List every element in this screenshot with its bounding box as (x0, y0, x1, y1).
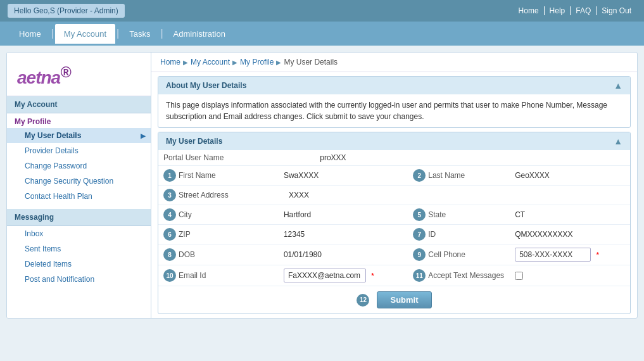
col-email-label: 10 Email Id (158, 265, 279, 286)
label-streetaddress: Street Address (179, 191, 248, 200)
label-firstname: First Name (179, 171, 248, 180)
home-top-link[interactable]: Home (514, 6, 545, 15)
breadcrumb-arrow-1: ▶ (183, 59, 188, 66)
sidebar-item-providerdetails[interactable]: Provider Details (7, 143, 151, 158)
main-wrapper: aetna® My Account My Profile My User Det… (0, 46, 644, 361)
info-panel-title: About My User Details (166, 81, 246, 90)
top-bar: Hello Geo,S (Provider - Admin) Home Help… (0, 0, 644, 22)
col-firstname: 1 First Name (158, 166, 279, 185)
row-name: 1 First Name SwaXXXX 2 Last Name GeoXXXX (158, 166, 630, 186)
nav-sep-2: | (115, 28, 120, 39)
num-id: 7 (413, 228, 426, 241)
email-required-star: * (371, 271, 374, 281)
breadcrumb-myaccount[interactable]: My Account (191, 58, 230, 66)
num-email: 10 (163, 269, 176, 282)
label-portalusername: Portal User Name (163, 153, 233, 162)
col-state-value: CT (510, 205, 630, 224)
col-portalusername-label: Portal User Name (158, 150, 315, 165)
nav-home[interactable]: Home (10, 24, 50, 44)
sidebar-label-myuserdetails: My User Details (25, 131, 81, 140)
input-cellphone[interactable] (515, 248, 591, 262)
main-inner: aetna® My Account My Profile My User Det… (6, 52, 638, 319)
nav-myaccount[interactable]: My Account (55, 24, 115, 44)
collapse-info-icon[interactable]: ▲ (614, 80, 622, 91)
value-city: Hartford (284, 210, 311, 219)
col-id-value: QMXXXXXXXXX (510, 225, 630, 244)
breadcrumb-home[interactable]: Home (160, 58, 180, 66)
breadcrumb-arrow-3: ▶ (276, 59, 281, 66)
col-email-value: * (279, 265, 408, 286)
collapse-details-icon[interactable]: ▲ (614, 136, 622, 146)
sidebar-item-inbox[interactable]: Inbox (7, 226, 151, 241)
sidebar-label-providerdetails: Provider Details (25, 146, 79, 155)
breadcrumb-myprofile[interactable]: My Profile (240, 58, 274, 66)
sidebar-label-changepassword: Change Password (25, 162, 87, 170)
faq-top-link[interactable]: FAQ (571, 6, 597, 15)
col-cellphone-label: 9 Cell Phone (408, 244, 510, 265)
row-streetaddress: 3 Street Address XXXX (158, 186, 630, 205)
info-panel: About My User Details ▲ This page displa… (158, 76, 631, 128)
col-streetaddress-label: 3 Street Address (158, 186, 284, 205)
col-id-label: 7 ID (408, 225, 510, 244)
col-portalusername-value: proXXX (315, 150, 630, 165)
sidebar-label-inbox: Inbox (25, 229, 43, 238)
nav-tasks[interactable]: Tasks (120, 24, 159, 44)
col-lastname: 2 Last Name (408, 166, 510, 185)
checkbox-accepttext[interactable] (515, 272, 523, 280)
value-lastname: GeoXXXX (515, 171, 550, 180)
logo-reg: ® (60, 64, 70, 80)
col-lastname-value: GeoXXXX (510, 166, 630, 185)
value-id: QMXXXXXXXXX (515, 230, 572, 239)
aetna-logo: aetna® (17, 64, 141, 88)
nav-administration[interactable]: Administration (165, 24, 234, 44)
label-lastname: Last Name (428, 171, 498, 180)
sidebar-label-deleteditems: Deleted Items (25, 260, 72, 269)
info-panel-body: This page displays information associate… (158, 94, 630, 127)
sidebar-item-postnotification[interactable]: Post and Notification (7, 272, 151, 287)
label-zip: ZIP (179, 230, 248, 239)
col-zip-label: 6 ZIP (158, 225, 279, 244)
details-panel: My User Details ▲ Portal User Name proXX… (158, 132, 631, 314)
col-firstname-value: SwaXXXX (279, 166, 408, 185)
greeting-badge: Hello Geo,S (Provider - Admin) (8, 4, 125, 18)
value-firstname: SwaXXXX (284, 171, 319, 180)
row-portalusername: Portal User Name proXXX (158, 150, 630, 166)
sidebar-messaging-title: Messaging (7, 209, 151, 226)
sidebar-myprofile-title: My Profile (7, 113, 151, 128)
sidebar-item-deleteditems[interactable]: Deleted Items (7, 256, 151, 272)
value-state: CT (515, 210, 525, 219)
num-city: 4 (163, 208, 176, 221)
col-accepttext-value (510, 265, 630, 286)
cellphone-required-star: * (596, 250, 599, 260)
col-dob-label: 8 DOB (158, 244, 279, 265)
value-dob: 01/01/1980 (284, 250, 322, 259)
col-city-label: 4 City (158, 205, 279, 224)
submit-button[interactable]: Submit (377, 291, 431, 308)
input-email[interactable] (284, 269, 366, 282)
sidebar-item-changepassword[interactable]: Change Password (7, 158, 151, 174)
sidebar-item-changesecurityquestion[interactable]: Change Security Question (7, 174, 151, 189)
sidebar-item-myuserdetails[interactable]: My User Details (7, 128, 151, 143)
sidebar-item-sentitems[interactable]: Sent Items (7, 241, 151, 256)
sidebar-myaccount-title: My Account (7, 96, 151, 113)
label-email: Email Id (179, 271, 248, 280)
label-city: City (179, 210, 248, 219)
content-area: Home ▶ My Account ▶ My Profile ▶ My User… (151, 53, 637, 318)
num-cellphone: 9 (413, 248, 426, 261)
col-state-label: 5 State (408, 205, 510, 224)
num-accepttext: 11 (413, 269, 426, 282)
details-panel-title: My User Details (166, 137, 222, 146)
col-streetaddress-value: XXXX (284, 186, 630, 205)
sidebar-item-contacthealthplan[interactable]: Contact Health Plan (7, 189, 151, 204)
details-panel-header: My User Details ▲ (158, 132, 630, 150)
breadcrumb: Home ▶ My Account ▶ My Profile ▶ My User… (151, 53, 637, 72)
signout-top-link[interactable]: Sign Out (597, 6, 636, 15)
num-streetaddress: 3 (163, 189, 176, 201)
help-top-link[interactable]: Help (545, 6, 571, 15)
num-zip: 6 (163, 228, 176, 241)
breadcrumb-myuserdetails: My User Details (284, 58, 338, 66)
col-cellphone-value: * (510, 244, 630, 265)
value-streetaddress: XXXX (289, 191, 309, 200)
sidebar-label-postnotification: Post and Notification (25, 275, 94, 284)
label-id: ID (428, 230, 498, 239)
